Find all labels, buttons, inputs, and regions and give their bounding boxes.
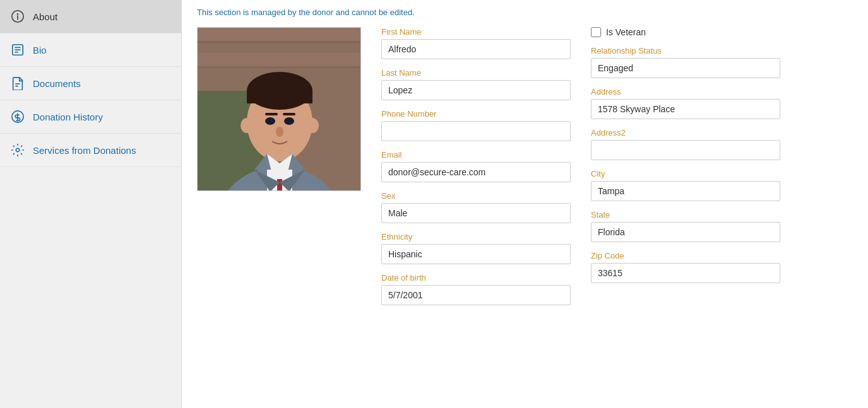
email-field: Email (381, 150, 571, 182)
sidebar-item-label-donation-history: Donation History (33, 112, 103, 122)
city-input[interactable] (591, 181, 780, 201)
services-icon (10, 143, 25, 158)
dob-field: Date of birth (381, 273, 571, 305)
dob-input[interactable] (381, 285, 571, 305)
profile-photo (197, 27, 361, 191)
email-input[interactable] (381, 162, 571, 182)
document-icon (10, 76, 25, 91)
relationship-input[interactable] (591, 58, 780, 78)
sidebar-item-label-services: Services from Donations (33, 145, 136, 156)
sidebar-item-services[interactable]: Services from Donations (0, 134, 181, 167)
last-name-label: Last Name (381, 68, 571, 78)
is-veteran-row: Is Veteran (591, 27, 780, 37)
address-input[interactable] (591, 99, 780, 119)
info-icon (10, 9, 25, 24)
state-field: State (591, 210, 780, 242)
first-name-input[interactable] (381, 39, 571, 59)
svg-point-25 (284, 117, 294, 125)
svg-rect-15 (198, 53, 361, 66)
svg-point-29 (241, 118, 253, 133)
ethnicity-label: Ethnicity (381, 232, 571, 242)
first-name-label: First Name (381, 27, 571, 37)
is-veteran-label: Is Veteran (606, 27, 646, 37)
address2-input[interactable] (591, 140, 780, 160)
svg-rect-14 (198, 42, 361, 43)
last-name-field: Last Name (381, 68, 571, 100)
relationship-label: Relationship Status (591, 46, 780, 55)
svg-rect-23 (247, 91, 312, 103)
phone-field: Phone Number (381, 109, 571, 141)
last-name-input[interactable] (381, 80, 571, 100)
sex-input[interactable] (381, 203, 571, 223)
email-label: Email (381, 150, 571, 160)
city-label: City (591, 169, 780, 178)
ethnicity-input[interactable] (381, 244, 571, 264)
svg-rect-27 (283, 113, 295, 115)
dob-label: Date of birth (381, 273, 571, 283)
svg-rect-13 (198, 28, 361, 40)
sidebar: About Bio Documents (0, 0, 182, 408)
phone-label: Phone Number (381, 109, 571, 119)
first-name-field: First Name (381, 27, 571, 59)
svg-point-24 (265, 117, 275, 125)
sidebar-item-donation-history[interactable]: Donation History (0, 100, 181, 134)
zip-input[interactable] (591, 263, 780, 283)
sidebar-item-label-bio: Bio (33, 45, 47, 55)
relationship-field: Relationship Status (591, 46, 780, 78)
zip-label: Zip Code (591, 251, 780, 260)
svg-point-30 (306, 118, 319, 133)
sidebar-item-label-about: About (33, 11, 57, 22)
ethnicity-field: Ethnicity (381, 232, 571, 264)
sidebar-item-bio[interactable]: Bio (0, 33, 181, 67)
state-label: State (591, 210, 780, 219)
svg-rect-26 (265, 113, 278, 115)
address-field: Address (591, 87, 780, 119)
bio-icon (10, 42, 25, 57)
sex-label: Sex (381, 191, 571, 201)
sidebar-item-label-documents: Documents (33, 78, 81, 89)
form-column: First Name Last Name Phone Number Email … (381, 27, 571, 314)
svg-rect-16 (198, 67, 361, 68)
state-input[interactable] (591, 222, 780, 242)
sidebar-item-about[interactable]: About (0, 0, 181, 33)
address2-label: Address2 (591, 128, 780, 137)
city-field: City (591, 169, 780, 201)
dollar-icon (10, 109, 25, 124)
zip-field: Zip Code (591, 251, 780, 283)
notice-text: This section is managed by the donor and… (197, 8, 853, 17)
svg-point-11 (16, 148, 20, 152)
sex-field: Sex (381, 191, 571, 223)
photo-column (197, 27, 361, 314)
svg-point-28 (276, 127, 283, 137)
sidebar-item-documents[interactable]: Documents (0, 67, 181, 100)
phone-input[interactable] (381, 121, 571, 141)
is-veteran-checkbox[interactable] (591, 27, 601, 37)
main-content: This section is managed by the donor and… (182, 0, 868, 408)
address2-field: Address2 (591, 128, 780, 160)
address-label: Address (591, 87, 780, 96)
address-column: Is Veteran Relationship Status Address A… (591, 27, 780, 314)
